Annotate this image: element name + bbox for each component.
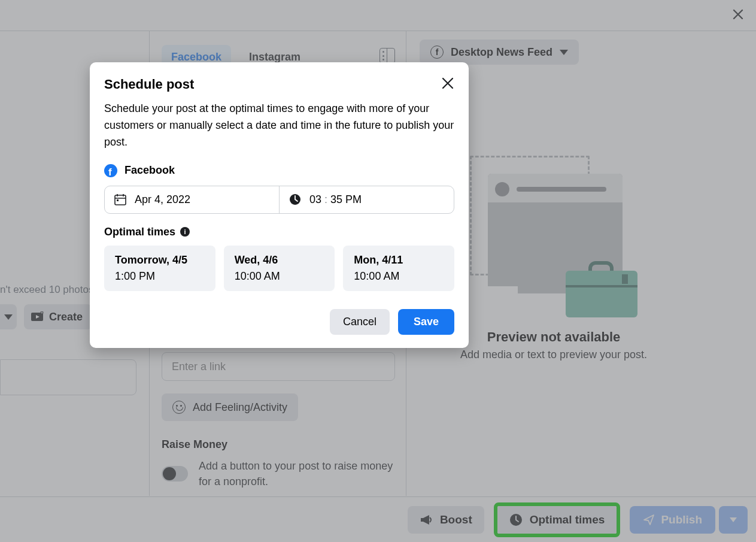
modal-close-button[interactable]: [441, 77, 454, 90]
time-picker[interactable]: 03 : 35 PM: [279, 186, 454, 213]
date-value: Apr 4, 2022: [135, 193, 190, 206]
calendar-icon: [114, 193, 126, 205]
schedule-post-modal: Schedule post Schedule your post at the …: [90, 62, 469, 348]
modal-description: Schedule your post at the optimal times …: [104, 101, 454, 151]
optimal-time-day: Wed, 4/6: [235, 254, 324, 267]
cancel-button[interactable]: Cancel: [330, 309, 390, 335]
optimal-time-day: Tomorrow, 4/5: [115, 254, 205, 267]
time-value: 03 : 35 PM: [309, 193, 362, 206]
date-picker[interactable]: Apr 4, 2022: [105, 186, 279, 213]
info-icon[interactable]: i: [180, 227, 190, 237]
svg-rect-4: [115, 195, 126, 205]
clock-icon: [289, 193, 301, 205]
platform-label: Facebook: [125, 164, 175, 177]
svg-rect-5: [117, 199, 119, 201]
facebook-logo-icon: [104, 164, 117, 177]
optimal-time-time: 10:00 AM: [235, 270, 324, 283]
save-button[interactable]: Save: [398, 309, 454, 335]
optimal-time-time: 1:00 PM: [115, 270, 205, 283]
optimal-time-time: 10:00 AM: [354, 270, 444, 283]
optimal-time-day: Mon, 4/11: [354, 254, 444, 267]
optimal-time-option[interactable]: Wed, 4/6 10:00 AM: [224, 246, 335, 291]
optimal-time-option[interactable]: Tomorrow, 4/5 1:00 PM: [104, 246, 215, 291]
modal-title: Schedule post: [104, 77, 194, 92]
optimal-times-header: Optimal times: [104, 226, 175, 238]
optimal-time-option[interactable]: Mon, 4/11 10:00 AM: [343, 246, 454, 291]
